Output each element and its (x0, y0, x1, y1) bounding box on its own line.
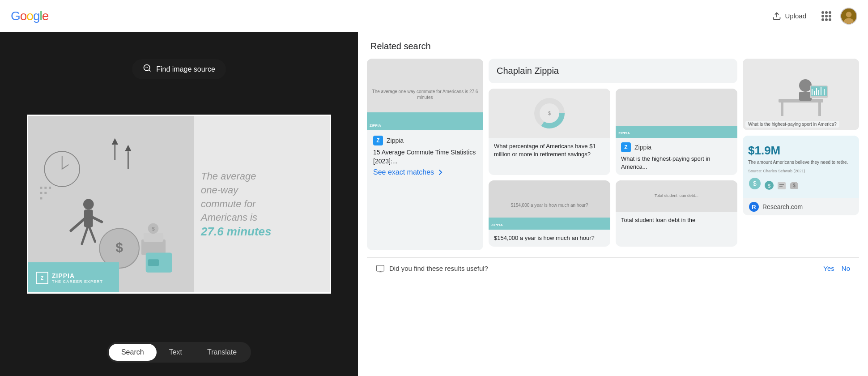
result-card-sport[interactable]: What is the highest-paying sport in Amer… (743, 59, 859, 130)
small-card-sport-zippia-image: ZIPPIA (616, 89, 737, 138)
svg-rect-55 (377, 265, 384, 271)
feedback-no-button[interactable]: No (842, 265, 850, 272)
small-card-sport-title: What is the highest-paying sport in Amer… (621, 155, 732, 171)
zippia-source-icon-main: Z (373, 136, 383, 145)
svg-point-2 (846, 12, 852, 17)
source-name-sport: Zippia (634, 144, 651, 151)
lens-icon (143, 64, 152, 75)
svg-point-35 (799, 79, 812, 92)
result-card-dollar[interactable]: $1.9M The amount Americans believe they … (743, 136, 859, 215)
research-source-name: Research.com (762, 203, 803, 210)
tab-text[interactable]: Text (157, 344, 195, 361)
svg-rect-36 (799, 92, 812, 101)
result-card-dollar-image: $1.9M The amount Americans believe they … (743, 136, 859, 198)
google-apps-icon[interactable] (821, 11, 831, 21)
small-card-retirement-image: $ (489, 89, 610, 138)
svg-line-5 (149, 70, 151, 72)
top-right-card-title-overlay: What is the highest-paying sport in Amer… (745, 121, 839, 128)
small-card-sport-zippia[interactable]: ZIPPIA Z Zippia What is the highest-payi… (616, 89, 737, 175)
result-card-main[interactable]: The average one-way commute for American… (367, 59, 483, 250)
see-exact-matches-label: See exact matches (373, 168, 434, 176)
header-left: Google (11, 9, 48, 23)
related-cards-row: $ What percentage of Americans have $1 m… (489, 89, 737, 175)
corner-br (322, 285, 331, 294)
find-image-source-label: Find image source (156, 65, 215, 73)
sport-illustration (743, 59, 859, 130)
middle-column: Chaplain Zippia $ (489, 59, 737, 250)
chevron-right-icon (437, 169, 444, 176)
selection-border (27, 115, 331, 294)
small-card-retirement-title: What percentage of Americans have $1 mil… (494, 142, 605, 158)
avatar-image (841, 8, 856, 25)
result-card-sport-image: What is the highest-paying sport in Amer… (743, 59, 859, 130)
bottom-cards-row: $154,000 a year is how much an hour? ZIP… (489, 180, 737, 247)
tab-search[interactable]: Search (109, 344, 157, 361)
see-exact-matches-container: See exact matches (373, 166, 477, 179)
upload-button[interactable]: Upload (766, 8, 813, 24)
feedback-bar: Did you find these results useful? Yes N… (367, 257, 859, 279)
dollar-amount: $1.9M (748, 144, 780, 158)
feedback-yes-button[interactable]: Yes (823, 265, 834, 272)
svg-rect-51 (779, 186, 783, 187)
small-card-154k[interactable]: $154,000 a year is how much an hour? ZIP… (489, 180, 610, 247)
svg-point-4 (144, 65, 150, 71)
related-chip-chaplain[interactable]: Chaplain Zippia (489, 59, 737, 83)
svg-rect-33 (781, 103, 783, 116)
upload-icon (772, 12, 781, 21)
svg-rect-50 (779, 184, 784, 185)
small-card-retirement[interactable]: $ What percentage of Americans have $1 m… (489, 89, 610, 175)
related-search-header: Related search (370, 41, 859, 51)
find-image-source-button[interactable]: Find image source (132, 59, 226, 79)
feedback-actions: Yes No (823, 265, 850, 272)
svg-point-3 (844, 18, 853, 24)
svg-text:$: $ (793, 183, 796, 188)
see-exact-matches-link[interactable]: See exact matches (373, 168, 444, 176)
small-card-student-loan-title: Total student loan debt in the (621, 216, 732, 224)
small-card-154k-title: $154,000 a year is how much an hour? (494, 234, 605, 242)
research-source-icon: R (749, 202, 759, 212)
small-card-154k-image: $154,000 a year is how much an hour? ZIP… (489, 180, 610, 230)
image-container: $ $ (27, 115, 331, 294)
right-column: What is the highest-paying sport in Amer… (743, 59, 859, 250)
header: Google Upload (0, 0, 868, 32)
svg-rect-34 (818, 103, 821, 116)
tab-translate[interactable]: Translate (195, 344, 249, 361)
main-content: Find image source (0, 32, 868, 376)
small-card-student-loan-image: Total student loan debt... (616, 180, 737, 212)
corner-tr (322, 115, 331, 124)
small-card-student-loan[interactable]: Total student loan debt... Total student… (616, 180, 737, 247)
dollar-desc: The amount Americans believe they need t… (748, 159, 848, 165)
header-right: Upload (766, 8, 857, 25)
zippia-source-icon-sport: Z (621, 142, 631, 152)
upload-label: Upload (785, 12, 806, 20)
results-grid: The average one-way commute for American… (367, 59, 859, 250)
result-card-main-image: The average one-way commute for American… (367, 59, 483, 130)
result-title-main: 15 Average Commute Time Statistics [2023… (373, 148, 477, 166)
feedback-icon (376, 264, 385, 273)
right-panel: Related search The average one-way commu… (358, 32, 868, 376)
google-logo: Google (11, 9, 48, 23)
avatar[interactable] (840, 8, 857, 25)
bottom-tabs: Search Text Translate (107, 342, 251, 363)
feedback-question: Did you find these results useful? (389, 265, 488, 272)
svg-text:$: $ (768, 183, 770, 188)
corner-tl (27, 115, 36, 124)
source-name-main: Zippia (387, 137, 404, 144)
left-panel: Find image source (0, 32, 358, 376)
corner-bl (27, 285, 36, 294)
source-note: Source: Charles Schwab (2021) (748, 169, 805, 173)
svg-text:$: $ (753, 180, 757, 187)
